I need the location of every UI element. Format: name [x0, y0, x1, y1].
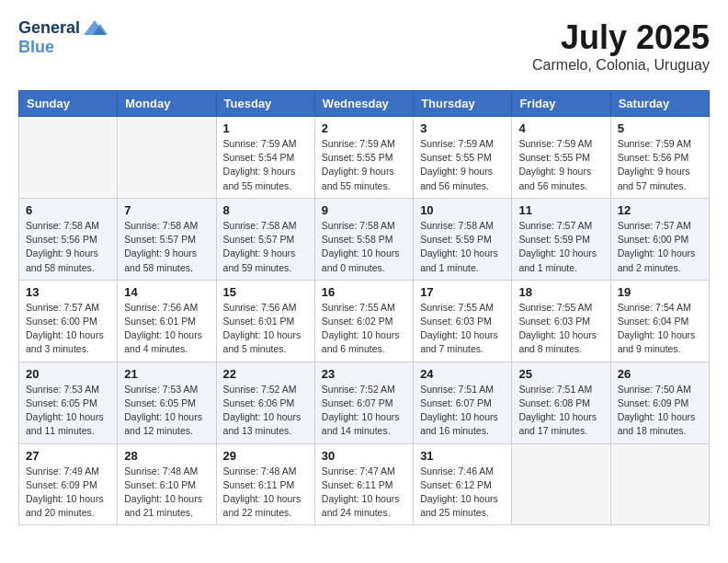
calendar-cell: 26Sunrise: 7:50 AMSunset: 6:09 PMDayligh… — [610, 362, 709, 443]
logo-blue: Blue — [18, 38, 54, 56]
calendar-cell: 19Sunrise: 7:54 AMSunset: 6:04 PMDayligh… — [610, 280, 709, 362]
calendar-cell: 1Sunrise: 7:59 AMSunset: 5:54 PMDaylight… — [216, 117, 314, 199]
day-info: Sunrise: 7:59 AMSunset: 5:55 PMDaylight:… — [518, 137, 603, 193]
calendar-cell: 20Sunrise: 7:53 AMSunset: 6:05 PMDayligh… — [19, 362, 118, 443]
calendar-cell: 10Sunrise: 7:58 AMSunset: 5:59 PMDayligh… — [414, 198, 512, 280]
day-info: Sunrise: 7:58 AMSunset: 5:57 PMDaylight:… — [223, 219, 308, 275]
day-info: Sunrise: 7:55 AMSunset: 6:03 PMDaylight:… — [420, 301, 505, 357]
day-info: Sunrise: 7:53 AMSunset: 6:05 PMDaylight:… — [124, 383, 209, 439]
day-number: 14 — [124, 285, 209, 299]
calendar-cell: 23Sunrise: 7:52 AMSunset: 6:07 PMDayligh… — [314, 362, 413, 443]
day-info: Sunrise: 7:57 AMSunset: 6:00 PMDaylight:… — [618, 219, 702, 275]
calendar-cell: 5Sunrise: 7:59 AMSunset: 5:56 PMDaylight… — [610, 117, 709, 199]
day-number: 2 — [322, 121, 406, 135]
calendar-cell: 16Sunrise: 7:55 AMSunset: 6:02 PMDayligh… — [314, 280, 413, 362]
weekday-header-wednesday: Wednesday — [314, 91, 413, 117]
day-info: Sunrise: 7:48 AMSunset: 6:11 PMDaylight:… — [223, 465, 308, 521]
calendar-cell: 11Sunrise: 7:57 AMSunset: 5:59 PMDayligh… — [512, 198, 610, 280]
calendar-cell: 4Sunrise: 7:59 AMSunset: 5:55 PMDaylight… — [512, 117, 610, 199]
day-info: Sunrise: 7:46 AMSunset: 6:12 PMDaylight:… — [420, 465, 505, 521]
day-info: Sunrise: 7:51 AMSunset: 6:07 PMDaylight:… — [420, 383, 505, 439]
day-info: Sunrise: 7:54 AMSunset: 6:04 PMDaylight:… — [618, 301, 702, 357]
day-info: Sunrise: 7:47 AMSunset: 6:11 PMDaylight:… — [322, 465, 406, 521]
day-number: 5 — [618, 121, 702, 135]
day-info: Sunrise: 7:50 AMSunset: 6:09 PMDaylight:… — [618, 383, 702, 439]
day-info: Sunrise: 7:59 AMSunset: 5:54 PMDaylight:… — [223, 137, 308, 193]
day-info: Sunrise: 7:53 AMSunset: 6:05 PMDaylight:… — [26, 383, 110, 439]
day-info: Sunrise: 7:59 AMSunset: 5:55 PMDaylight:… — [322, 137, 406, 193]
day-number: 19 — [618, 285, 702, 299]
calendar-cell: 17Sunrise: 7:55 AMSunset: 6:03 PMDayligh… — [414, 280, 512, 362]
day-number: 13 — [26, 285, 110, 299]
calendar-cell: 9Sunrise: 7:58 AMSunset: 5:58 PMDaylight… — [314, 198, 413, 280]
weekday-header-sunday: Sunday — [19, 91, 118, 117]
day-number: 9 — [322, 203, 406, 217]
day-number: 26 — [618, 367, 702, 381]
logo-text: General — [18, 19, 80, 38]
day-info: Sunrise: 7:57 AMSunset: 6:00 PMDaylight:… — [26, 301, 110, 357]
calendar-cell: 15Sunrise: 7:56 AMSunset: 6:01 PMDayligh… — [216, 280, 314, 362]
day-number: 1 — [223, 121, 308, 135]
calendar-week-row: 20Sunrise: 7:53 AMSunset: 6:05 PMDayligh… — [19, 362, 710, 443]
day-number: 30 — [322, 449, 406, 463]
day-number: 8 — [223, 203, 308, 217]
weekday-header-saturday: Saturday — [610, 91, 709, 117]
day-number: 16 — [322, 285, 406, 299]
calendar-cell: 28Sunrise: 7:48 AMSunset: 6:10 PMDayligh… — [118, 443, 216, 525]
day-number: 15 — [223, 285, 308, 299]
day-info: Sunrise: 7:52 AMSunset: 6:06 PMDaylight:… — [223, 383, 308, 439]
day-number: 18 — [518, 285, 603, 299]
calendar-cell: 30Sunrise: 7:47 AMSunset: 6:11 PMDayligh… — [314, 443, 413, 525]
day-number: 22 — [223, 367, 308, 381]
calendar-cell: 29Sunrise: 7:48 AMSunset: 6:11 PMDayligh… — [216, 443, 314, 525]
day-info: Sunrise: 7:58 AMSunset: 5:57 PMDaylight:… — [124, 219, 209, 275]
calendar-cell: 25Sunrise: 7:51 AMSunset: 6:08 PMDayligh… — [512, 362, 610, 443]
weekday-header-tuesday: Tuesday — [216, 91, 314, 117]
calendar-week-row: 13Sunrise: 7:57 AMSunset: 6:00 PMDayligh… — [19, 280, 710, 362]
day-info: Sunrise: 7:56 AMSunset: 6:01 PMDaylight:… — [124, 301, 209, 357]
day-number: 21 — [124, 367, 209, 381]
calendar-table: SundayMondayTuesdayWednesdayThursdayFrid… — [18, 90, 710, 525]
day-number: 23 — [322, 367, 406, 381]
calendar-cell: 2Sunrise: 7:59 AMSunset: 5:55 PMDaylight… — [314, 117, 413, 199]
day-number: 28 — [124, 449, 209, 463]
weekday-header-thursday: Thursday — [414, 91, 512, 117]
day-number: 17 — [420, 285, 505, 299]
day-number: 3 — [420, 121, 505, 135]
day-number: 29 — [223, 449, 308, 463]
calendar-cell — [512, 443, 610, 525]
calendar-cell: 21Sunrise: 7:53 AMSunset: 6:05 PMDayligh… — [118, 362, 216, 443]
calendar-cell: 24Sunrise: 7:51 AMSunset: 6:07 PMDayligh… — [414, 362, 512, 443]
calendar-cell: 22Sunrise: 7:52 AMSunset: 6:06 PMDayligh… — [216, 362, 314, 443]
day-info: Sunrise: 7:56 AMSunset: 6:01 PMDaylight:… — [223, 301, 308, 357]
day-info: Sunrise: 7:55 AMSunset: 6:02 PMDaylight:… — [322, 301, 406, 357]
calendar-cell — [610, 443, 709, 525]
day-number: 25 — [518, 367, 603, 381]
calendar-cell: 31Sunrise: 7:46 AMSunset: 6:12 PMDayligh… — [414, 443, 512, 525]
day-number: 27 — [26, 449, 110, 463]
day-info: Sunrise: 7:52 AMSunset: 6:07 PMDaylight:… — [322, 383, 406, 439]
calendar-cell: 8Sunrise: 7:58 AMSunset: 5:57 PMDaylight… — [216, 198, 314, 280]
day-info: Sunrise: 7:55 AMSunset: 6:03 PMDaylight:… — [518, 301, 603, 357]
day-info: Sunrise: 7:59 AMSunset: 5:55 PMDaylight:… — [420, 137, 505, 193]
calendar-cell: 14Sunrise: 7:56 AMSunset: 6:01 PMDayligh… — [118, 280, 216, 362]
day-number: 31 — [420, 449, 505, 463]
weekday-header-monday: Monday — [118, 91, 216, 117]
weekday-header-row: SundayMondayTuesdayWednesdayThursdayFrid… — [19, 91, 710, 117]
calendar-cell: 7Sunrise: 7:58 AMSunset: 5:57 PMDaylight… — [118, 198, 216, 280]
day-number: 20 — [26, 367, 110, 381]
day-number: 4 — [518, 121, 603, 135]
day-number: 11 — [518, 203, 603, 217]
calendar-cell — [19, 117, 118, 199]
day-info: Sunrise: 7:58 AMSunset: 5:59 PMDaylight:… — [420, 219, 505, 275]
day-info: Sunrise: 7:58 AMSunset: 5:58 PMDaylight:… — [322, 219, 406, 275]
calendar-cell: 27Sunrise: 7:49 AMSunset: 6:09 PMDayligh… — [19, 443, 118, 525]
location-text: Carmelo, Colonia, Uruguay — [532, 57, 710, 74]
day-info: Sunrise: 7:51 AMSunset: 6:08 PMDaylight:… — [518, 383, 603, 439]
calendar-cell: 13Sunrise: 7:57 AMSunset: 6:00 PMDayligh… — [19, 280, 118, 362]
calendar-cell — [118, 117, 216, 199]
calendar-week-row: 1Sunrise: 7:59 AMSunset: 5:54 PMDaylight… — [19, 117, 710, 199]
day-number: 12 — [618, 203, 702, 217]
day-number: 6 — [26, 203, 110, 217]
day-number: 7 — [124, 203, 209, 217]
